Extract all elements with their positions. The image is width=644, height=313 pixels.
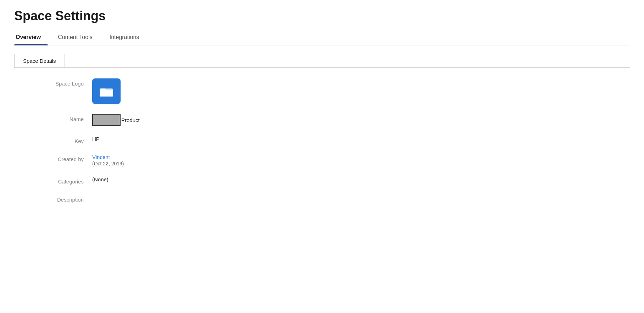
description-row: Description <box>28 194 609 203</box>
name-row: Name Product <box>28 114 609 126</box>
content-area: Space Details Space Logo Name <box>14 54 630 223</box>
categories-row: Categories (None) <box>28 176 609 185</box>
section-tab-label: Space Details <box>15 54 65 67</box>
key-label: Key <box>28 136 92 144</box>
tabs-nav: Overview Content Tools Integrations <box>14 31 630 45</box>
categories-value: (None) <box>92 176 109 182</box>
name-field-container: Product <box>92 114 140 126</box>
name-text: Product <box>121 117 140 123</box>
tab-content-tools[interactable]: Content Tools <box>56 31 100 45</box>
space-details-section-tab: Space Details <box>14 54 65 67</box>
space-logo-button[interactable] <box>92 78 121 104</box>
space-logo-row: Space Logo <box>28 78 609 104</box>
folder-icon <box>99 85 114 97</box>
page-container: Space Settings Overview Content Tools In… <box>0 0 644 232</box>
tab-overview[interactable]: Overview <box>14 31 48 45</box>
created-by-row: Created by Vincent (Oct 22, 2019) <box>28 154 609 166</box>
categories-label: Categories <box>28 176 92 185</box>
creator-link[interactable]: Vincent <box>92 154 124 160</box>
description-label: Description <box>28 194 92 203</box>
key-value: HP <box>92 136 100 142</box>
created-date: (Oct 22, 2019) <box>92 161 124 166</box>
created-by-label: Created by <box>28 154 92 162</box>
key-row: Key HP <box>28 136 609 144</box>
name-label: Name <box>28 114 92 122</box>
created-by-section: Vincent (Oct 22, 2019) <box>92 154 124 166</box>
space-logo-label: Space Logo <box>28 78 92 87</box>
details-form: Space Logo Name Product <box>14 68 630 223</box>
page-title: Space Settings <box>14 9 630 23</box>
tab-integrations[interactable]: Integrations <box>108 31 146 45</box>
name-input-box <box>92 114 121 126</box>
